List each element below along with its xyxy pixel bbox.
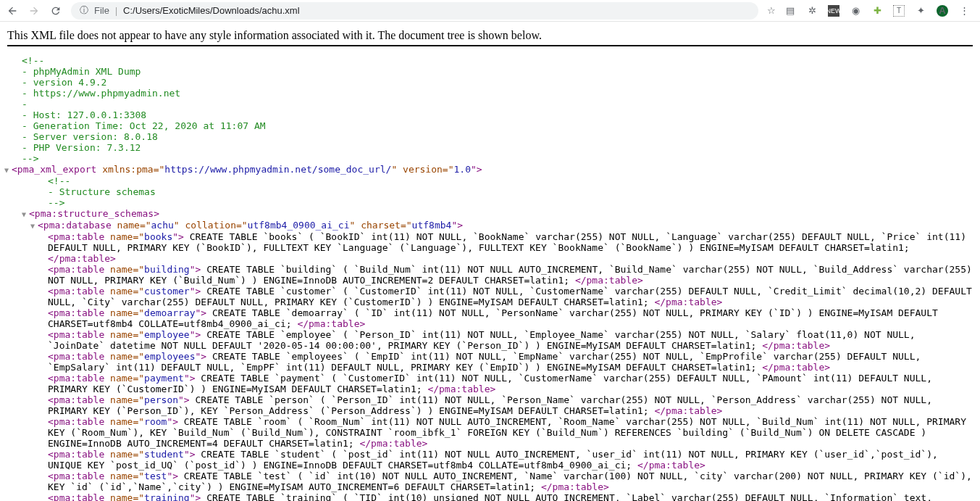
xml-comment-line: - Structure schemas: [7, 186, 973, 197]
xml-comment-line: -->: [22, 153, 973, 164]
xml-comment-line: - Server version: 8.0.18: [22, 131, 973, 142]
twisty-icon[interactable]: ▼: [30, 220, 38, 231]
back-button[interactable]: [6, 4, 19, 17]
ext-icon-6[interactable]: T: [893, 5, 905, 17]
page-content: This XML file does not appear to have an…: [0, 22, 980, 501]
avatar[interactable]: A: [937, 5, 948, 17]
xml-comment-line: -: [22, 99, 973, 109]
xml-comment-line: -->: [7, 197, 973, 208]
database-element[interactable]: ▼<pma:database name="achu" collation="ut…: [7, 220, 973, 231]
ext-icon-1[interactable]: ▤: [784, 5, 796, 17]
root-element[interactable]: ▼<pma_xml_export xmlns:pma="https://www.…: [7, 164, 973, 175]
table-element[interactable]: <pma:table name="employees"> CREATE TABL…: [7, 351, 973, 373]
forward-button[interactable]: [28, 4, 41, 17]
star-icon[interactable]: ☆: [767, 5, 776, 16]
menu-icon[interactable]: ⋮: [958, 5, 970, 17]
xml-tree: <!--- phpMyAdmin XML Dump- version 4.9.2…: [7, 55, 973, 501]
ext-icon-5[interactable]: ✚: [871, 5, 883, 17]
xml-comment-line: - PHP Version: 7.3.12: [22, 142, 973, 153]
table-element[interactable]: <pma:table name="customer"> CREATE TABLE…: [7, 286, 973, 307]
xml-comment-line: - version 4.9.2: [22, 77, 973, 88]
table-element[interactable]: <pma:table name="building"> CREATE TABLE…: [7, 264, 973, 286]
extension-icons: ▤ ✲ NEW ◉ ✚ T ✦ A ⋮: [784, 5, 974, 17]
table-element[interactable]: <pma:table name="test"> CREATE TABLE `te…: [7, 471, 973, 492]
ext-icon-2[interactable]: ✲: [806, 5, 818, 17]
xml-notice: This XML file does not appear to have an…: [7, 28, 973, 46]
table-element[interactable]: <pma:table name="student"> CREATE TABLE …: [7, 449, 973, 471]
xml-comment-line: <!--: [7, 175, 973, 186]
address-bar[interactable]: ⓘ File | C:/Users/ExoticMiles/Downloads/…: [71, 2, 758, 20]
table-element[interactable]: <pma:table name="payment"> CREATE TABLE …: [7, 373, 973, 394]
xml-comment-line: - https://www.phpmyadmin.net: [22, 88, 973, 99]
xml-comment-line: - phpMyAdmin XML Dump: [22, 66, 973, 77]
xml-comment-line: - Generation Time: Oct 22, 2020 at 11:07…: [22, 120, 973, 131]
table-element[interactable]: <pma:table name="room"> CREATE TABLE `ro…: [7, 416, 973, 449]
table-element[interactable]: <pma:table name="books"> CREATE TABLE `b…: [7, 231, 973, 264]
table-element[interactable]: <pma:table name="employee"> CREATE TABLE…: [7, 329, 973, 351]
extensions-puzzle-icon[interactable]: ✦: [915, 5, 926, 17]
file-label: File: [94, 5, 109, 16]
info-icon: ⓘ: [80, 4, 88, 17]
twisty-icon[interactable]: ▼: [4, 165, 12, 175]
xml-comment-line: - Host: 127.0.0.1:3308: [22, 109, 973, 120]
xml-comment-line: <!--: [22, 55, 973, 66]
structure-schemas-element[interactable]: ▼<pma:structure_schemas>: [7, 208, 973, 220]
reload-button[interactable]: [49, 4, 62, 17]
divider: |: [115, 6, 117, 16]
url-text: C:/Users/ExoticMiles/Downloads/achu.xml: [123, 5, 299, 16]
ext-icon-3[interactable]: NEW: [828, 5, 839, 17]
browser-toolbar: ⓘ File | C:/Users/ExoticMiles/Downloads/…: [0, 0, 980, 22]
table-element[interactable]: <pma:table name="demoarray"> CREATE TABL…: [7, 307, 973, 329]
ext-icon-4[interactable]: ◉: [850, 5, 861, 17]
table-element[interactable]: <pma:table name="person"> CREATE TABLE `…: [7, 394, 973, 416]
twisty-icon[interactable]: ▼: [22, 209, 29, 220]
table-element[interactable]: <pma:table name="training"> CREATE TABLE…: [7, 492, 973, 501]
